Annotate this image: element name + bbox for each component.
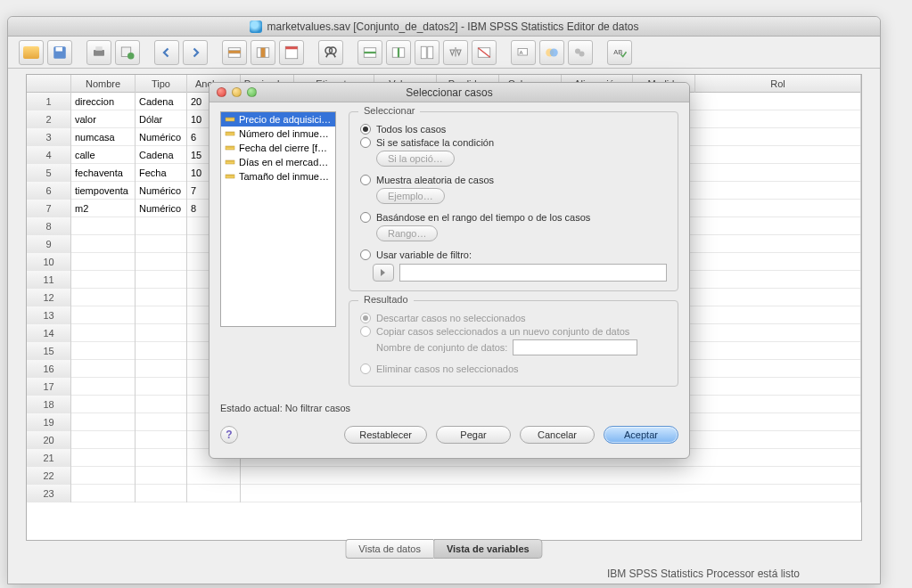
cell-name[interactable]: calle	[71, 146, 136, 164]
variable-label: Fecha del cierre [f…	[239, 143, 327, 153]
tab-variable-view[interactable]: Vista de variables	[433, 539, 543, 559]
scale-icon	[225, 114, 235, 125]
dataset-name-label: Nombre de conjunto de datos:	[376, 339, 667, 355]
radio-icon	[360, 249, 371, 260]
radio-delete-cases: Eliminar casos no seleccionados	[360, 363, 667, 374]
split-file-button[interactable]	[415, 40, 440, 65]
dataset-name-input	[513, 339, 637, 355]
recall-dialog-button[interactable]	[115, 40, 140, 65]
radio-range[interactable]: Basándose en el rango del tiempo o de lo…	[360, 212, 667, 223]
radio-icon	[360, 175, 371, 185]
minimize-icon[interactable]	[232, 87, 242, 97]
select-cases-button[interactable]	[472, 40, 497, 65]
col-header-name[interactable]: Nombre	[71, 75, 136, 93]
cell-type[interactable]: Cadena	[136, 146, 187, 164]
show-all-button[interactable]	[568, 40, 593, 65]
list-item[interactable]: Número del inmue…	[221, 127, 335, 141]
col-header-type[interactable]: Tipo	[136, 75, 187, 93]
filter-variable-slot[interactable]	[399, 264, 667, 282]
cell-name[interactable]: valor	[71, 110, 136, 128]
list-item[interactable]: Tamaño del inmue…	[221, 169, 335, 184]
spell-check-button[interactable]: AB	[607, 40, 632, 65]
scale-icon	[225, 157, 235, 167]
cell-type[interactable]: Numérico	[136, 182, 187, 200]
variable-list[interactable]: Precio de adquisici…Número del inmue…Fec…	[220, 111, 336, 327]
goto-case-button[interactable]	[222, 40, 247, 65]
current-status-text: Estado actual: No filtrar casos	[220, 403, 678, 413]
open-button[interactable]	[19, 40, 44, 65]
radio-icon	[360, 363, 371, 374]
dialog-title-bar[interactable]: Seleccionar casos	[210, 83, 689, 102]
status-bar-text: IBM SPSS Statistics Processor está listo	[607, 568, 800, 580]
svg-point-32	[550, 48, 558, 56]
svg-rect-41	[226, 132, 234, 135]
select-cases-dialog: Seleccionar casos Precio de adquisici…Nú…	[209, 82, 690, 459]
table-row[interactable]: 22	[27, 467, 861, 485]
zoom-icon[interactable]	[247, 87, 257, 97]
scale-icon	[225, 143, 235, 153]
row-number: 13	[27, 306, 71, 324]
list-item[interactable]: Fecha del cierre [f…	[221, 141, 335, 155]
svg-text:A: A	[520, 49, 523, 54]
reset-button[interactable]: Restablecer	[344, 426, 427, 444]
paste-button[interactable]: Pegar	[436, 426, 511, 444]
svg-rect-9	[228, 50, 241, 53]
cell-name[interactable]: tiempoventa	[71, 182, 136, 200]
row-number: 1	[27, 93, 71, 110]
list-item[interactable]: Precio de adquisici…	[221, 112, 335, 127]
cell-type[interactable]: Fecha	[136, 164, 187, 182]
svg-rect-56	[226, 175, 234, 178]
radio-icon	[360, 313, 371, 323]
scale-icon	[225, 128, 235, 139]
output-fieldset: Resultado Descartar casos no seleccionad…	[349, 300, 678, 387]
cell-name[interactable]: numcasa	[71, 128, 136, 146]
list-item[interactable]: Días en el mercad…	[221, 155, 335, 169]
cell-name[interactable]: direccion	[71, 93, 136, 110]
undo-button[interactable]	[154, 40, 179, 65]
table-row[interactable]: 23	[27, 485, 861, 502]
row-number: 16	[27, 360, 71, 378]
cell-type[interactable]: Cadena	[136, 93, 187, 110]
weight-cases-button[interactable]	[443, 40, 468, 65]
ok-button[interactable]: Aceptar	[604, 426, 678, 444]
cell-type[interactable]: Dólar	[136, 110, 187, 128]
cell-type[interactable]: Numérico	[136, 128, 187, 146]
row-number: 9	[27, 235, 71, 253]
save-button[interactable]	[47, 40, 72, 65]
tab-data-view[interactable]: Vista de datos	[345, 539, 433, 559]
variable-label: Tamaño del inmue…	[239, 171, 329, 182]
row-number: 10	[27, 253, 71, 271]
radio-filter-variable[interactable]: Usar variable de filtro:	[360, 249, 667, 260]
cancel-button[interactable]: Cancelar	[520, 426, 595, 444]
output-legend: Resultado	[358, 294, 414, 305]
print-button[interactable]	[86, 40, 111, 65]
insert-variable-button[interactable]	[386, 40, 411, 65]
cell-type[interactable]: Numérico	[136, 200, 187, 217]
row-number: 14	[27, 324, 71, 342]
goto-variable-button[interactable]	[251, 40, 275, 65]
variables-button[interactable]	[279, 40, 304, 65]
radio-all-cases[interactable]: Todos los casos	[360, 124, 667, 135]
close-icon[interactable]	[217, 87, 226, 97]
use-sets-button[interactable]	[539, 40, 564, 65]
svg-rect-2	[94, 50, 104, 56]
row-number: 6	[27, 182, 71, 200]
redo-button[interactable]	[183, 40, 208, 65]
svg-rect-3	[95, 46, 103, 51]
col-header-role[interactable]: Rol	[695, 75, 861, 93]
cell-name[interactable]: fechaventa	[71, 164, 136, 182]
window-title-bar: marketvalues.sav [Conjunto_de_datos2] - …	[8, 17, 880, 37]
select-legend: Seleccionar	[358, 105, 420, 116]
help-button[interactable]: ?	[220, 426, 238, 444]
cell-name[interactable]: m2	[71, 200, 136, 217]
radio-random-sample[interactable]: Muestra aleatoria de casos	[360, 175, 667, 185]
svg-rect-51	[226, 160, 234, 164]
find-button[interactable]	[318, 40, 343, 65]
insert-case-button[interactable]	[357, 40, 382, 65]
move-variable-button[interactable]	[373, 264, 394, 282]
row-number: 22	[27, 467, 71, 485]
svg-rect-46	[226, 146, 234, 150]
row-number: 2	[27, 110, 71, 128]
value-labels-button[interactable]: A	[511, 40, 536, 65]
radio-if-condition[interactable]: Si se satisface la condición	[360, 137, 667, 148]
